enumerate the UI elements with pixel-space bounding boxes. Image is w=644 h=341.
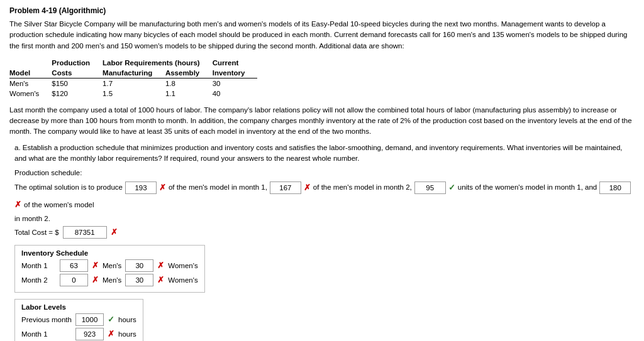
labor-prev-input[interactable] bbox=[75, 313, 104, 326]
inventory-schedule-box: Inventory Schedule Month 1 ✗ Men's ✗ Wom… bbox=[14, 245, 205, 293]
inv-month1-mens-icon: ✗ bbox=[92, 261, 99, 270]
inv-month1-womens-label: Women's bbox=[168, 262, 197, 269]
optimal-text-part5: of the women's model bbox=[24, 198, 94, 212]
data-table: Production Labor Requirements (hours) Cu… bbox=[9, 58, 257, 99]
question-text: a. Establish a production schedule that … bbox=[14, 143, 635, 165]
col-current: Current bbox=[213, 58, 258, 68]
inv-month1-womens-input[interactable] bbox=[125, 259, 153, 272]
men-month2-icon: ✗ bbox=[304, 180, 311, 195]
total-cost-input[interactable] bbox=[63, 226, 107, 239]
labor-row-previous: Previous month ✓ hours bbox=[21, 313, 136, 326]
question-block-a: a. Establish a production schedule that … bbox=[14, 143, 635, 342]
men-month1-icon: ✗ bbox=[159, 180, 166, 195]
optimal-text-part3: of the men's model in month 2, bbox=[313, 181, 412, 194]
inv-month2-mens-input[interactable] bbox=[60, 274, 88, 286]
inv-month2-womens-input[interactable] bbox=[125, 274, 153, 286]
inv-month1-womens-icon: ✗ bbox=[157, 261, 164, 270]
inv-row-month2: Month 2 ✗ Men's ✗ Women's bbox=[21, 274, 198, 286]
women-month1-icon: ✓ bbox=[448, 180, 455, 195]
women-month1-input[interactable] bbox=[414, 181, 446, 194]
labor-prev-label: Previous month bbox=[21, 316, 72, 323]
table-row: Men's $150 1.7 1.8 30 bbox=[9, 78, 257, 89]
row-manufacturing: 1.7 bbox=[103, 78, 165, 89]
col-manufacturing-sub: Manufacturing bbox=[103, 68, 165, 78]
labor-month1-input[interactable] bbox=[75, 328, 104, 340]
labor-levels-title: Labor Levels bbox=[21, 303, 136, 311]
row-cost: $150 bbox=[52, 78, 103, 89]
optimal-text-part2: of the men's model in month 1, bbox=[169, 181, 267, 194]
inv-month1-mens-input[interactable] bbox=[60, 259, 88, 272]
row-inventory: 30 bbox=[213, 78, 258, 89]
row-assembly: 1.8 bbox=[165, 78, 213, 89]
row-assembly: 1.1 bbox=[165, 89, 213, 99]
inv-month2-mens-label: Men's bbox=[103, 276, 121, 284]
labor-levels-box: Labor Levels Previous month ✓ hours Mont… bbox=[14, 299, 143, 341]
labor-prev-icon: ✓ bbox=[108, 315, 114, 324]
total-cost-icon: ✗ bbox=[111, 227, 118, 237]
row-cost: $120 bbox=[52, 89, 103, 99]
intro-text: The Silver Star Bicycle Company will be … bbox=[9, 19, 635, 51]
men-month2-input[interactable] bbox=[270, 181, 301, 194]
optimal-text-part1: The optimal solution is to produce bbox=[14, 181, 123, 194]
col-labor-req: Labor Requirements (hours) bbox=[103, 58, 213, 68]
col-inventory-sub: Inventory bbox=[213, 68, 258, 78]
inv-month2-mens-icon: ✗ bbox=[92, 275, 99, 284]
inv-row-month1: Month 1 ✗ Men's ✗ Women's bbox=[21, 259, 198, 272]
total-cost-label: Total Cost = $ bbox=[14, 229, 59, 236]
inv-month2-womens-label: Women's bbox=[168, 276, 197, 284]
col-model bbox=[9, 58, 52, 68]
labor-month1-icon: ✗ bbox=[108, 329, 114, 338]
inventory-schedule-title: Inventory Schedule bbox=[21, 249, 198, 257]
col-assembly-sub: Assembly bbox=[165, 68, 213, 78]
in-month-2-text: in month 2. bbox=[14, 215, 635, 222]
row-manufacturing: 1.5 bbox=[103, 89, 165, 99]
labor-row-month1: Month 1 ✗ hours bbox=[21, 328, 136, 340]
inv-month1-mens-label: Men's bbox=[103, 262, 121, 269]
inv-month1-label: Month 1 bbox=[21, 262, 56, 269]
optimal-text-part4: units of the women's model in month 1, a… bbox=[458, 181, 597, 194]
row-model: Women's bbox=[9, 89, 52, 99]
body-text: Last month the company used a total of 1… bbox=[9, 105, 635, 138]
optimal-solution-row: The optimal solution is to produce ✗ of … bbox=[14, 180, 635, 212]
total-cost-row: Total Cost = $ ✗ bbox=[14, 226, 635, 239]
inv-month2-label: Month 2 bbox=[21, 276, 56, 284]
women-month2-icon: ✗ bbox=[14, 197, 21, 212]
problem-title: Problem 4-19 (Algorithmic) bbox=[9, 6, 635, 15]
men-month1-input[interactable] bbox=[125, 181, 157, 194]
labor-month1-unit: hours bbox=[118, 330, 136, 338]
prod-schedule-label: Production schedule: bbox=[14, 169, 635, 176]
labor-month1-label: Month 1 bbox=[21, 330, 72, 338]
col-costs-sub: Costs bbox=[52, 68, 103, 78]
labor-prev-unit: hours bbox=[118, 316, 136, 323]
inv-month2-womens-icon: ✗ bbox=[157, 275, 164, 284]
col-production: Production bbox=[52, 58, 103, 68]
women-month2-input[interactable] bbox=[599, 181, 631, 194]
row-model: Men's bbox=[9, 78, 52, 89]
col-model-sub: Model bbox=[9, 68, 52, 78]
table-row: Women's $120 1.5 1.1 40 bbox=[9, 89, 257, 99]
row-inventory: 40 bbox=[213, 89, 258, 99]
